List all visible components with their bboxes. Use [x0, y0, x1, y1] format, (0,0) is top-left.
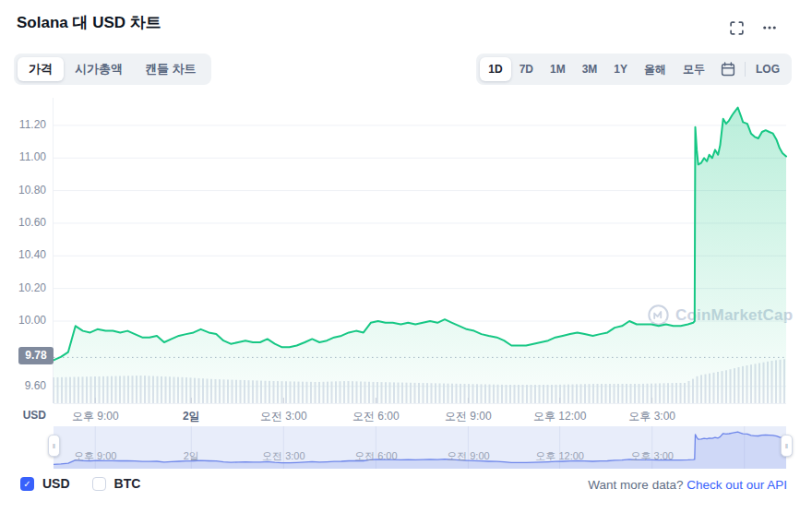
nav-x-label: 2일: [152, 449, 230, 463]
api-link[interactable]: Check out our API: [687, 478, 787, 492]
y-axis-label: 10.80: [0, 184, 46, 197]
coinmarketcap-logo-icon: [647, 304, 670, 327]
range-tabs: 1D7D1M3M1Y올해모두 LOG: [476, 54, 792, 85]
currency-toggle-row: ✓USDBTC: [20, 476, 140, 491]
x-axis-label: 오전 3:00: [245, 409, 322, 424]
y-axis-label: 11.20: [0, 118, 46, 131]
range-tab-모두[interactable]: 모두: [675, 57, 713, 81]
nav-x-label: 오후 9:00: [56, 449, 134, 463]
calendar-icon[interactable]: [713, 58, 743, 80]
nav-x-label: 오전 9:00: [429, 449, 507, 463]
fullscreen-icon[interactable]: [727, 18, 746, 37]
api-callout: Want more data? Check out our API: [588, 478, 787, 492]
divider: [745, 62, 746, 77]
solana-usd-chart-card: Solana 대 USD 차트 가격시가총액캔들 차트 1D7D1M3M1Y올해…: [0, 0, 812, 513]
x-axis-label: 오후 9:00: [56, 409, 134, 424]
current-price-badge: 9.78: [18, 347, 54, 364]
chart-type-tabs: 가격시가총액캔들 차트: [14, 54, 211, 85]
unchecked-checkbox-icon[interactable]: [92, 477, 106, 491]
coinmarketcap-watermark: CoinMarketCap: [647, 304, 793, 327]
checked-checkbox-icon[interactable]: ✓: [20, 477, 34, 491]
more-options-icon[interactable]: [760, 18, 779, 37]
y-axis-label: 10.60: [0, 216, 46, 229]
x-axis-label: 오전 6:00: [337, 409, 414, 424]
api-prompt-text: Want more data?: [588, 478, 683, 492]
navigator-right-handle[interactable]: ‖: [781, 435, 793, 457]
currency-label: USD: [42, 476, 70, 491]
y-axis-label: 10.20: [0, 281, 46, 294]
nav-x-label: 오후 12:00: [521, 449, 599, 463]
range-tab-7d[interactable]: 7D: [511, 57, 542, 81]
x-axis-label: 오전 9:00: [429, 409, 507, 424]
page-title: Solana 대 USD 차트: [17, 12, 161, 33]
y-axis-label: 11.00: [0, 150, 46, 163]
nav-x-label: 오후 3:00: [614, 449, 691, 463]
chart-type-tab[interactable]: 캔들 차트: [134, 57, 208, 81]
chart-type-tab[interactable]: 시가총액: [64, 57, 134, 81]
y-axis-label: 10.40: [0, 248, 46, 261]
nav-x-label: 오전 6:00: [337, 449, 414, 463]
y-axis-label: 9.60: [0, 379, 46, 392]
range-tab-3m[interactable]: 3M: [574, 57, 606, 81]
range-tab-1y[interactable]: 1Y: [605, 57, 636, 81]
range-tab-1m[interactable]: 1M: [542, 57, 574, 81]
range-tab-1d[interactable]: 1D: [480, 57, 510, 81]
navigator-left-handle[interactable]: ‖: [48, 435, 60, 457]
x-axis-label: 오후 12:00: [521, 409, 599, 424]
log-scale-button[interactable]: LOG: [747, 57, 788, 81]
currency-toggle-usd[interactable]: ✓USD: [20, 476, 70, 491]
chart-type-tab[interactable]: 가격: [18, 57, 64, 81]
currency-toggle-btc[interactable]: BTC: [92, 476, 141, 491]
y-axis-label: 10.00: [0, 314, 46, 327]
y-axis-unit-label: USD: [0, 409, 46, 422]
nav-x-label: 오전 3:00: [245, 449, 322, 463]
x-axis-label: 오후 3:00: [614, 409, 691, 424]
currency-label: BTC: [114, 476, 141, 491]
range-tab-올해[interactable]: 올해: [636, 57, 675, 81]
x-axis-label: 2일: [152, 409, 230, 424]
